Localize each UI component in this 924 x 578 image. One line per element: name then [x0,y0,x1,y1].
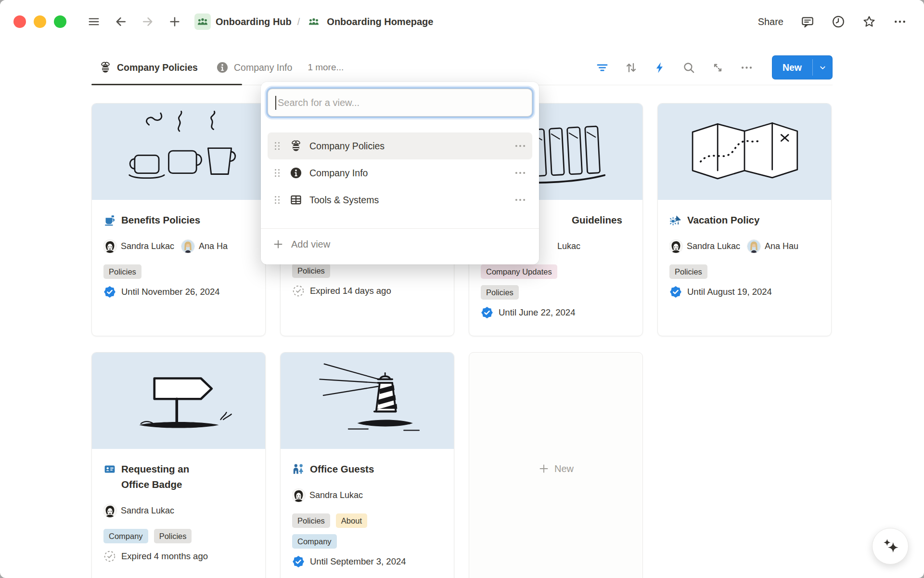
back-button[interactable] [114,14,128,29]
tag: Policies [481,285,519,300]
more-options-button[interactable] [893,15,907,28]
lightning-icon [654,61,667,74]
ellipsis-icon [740,61,753,74]
card-status: Expired 4 months ago [103,550,254,563]
close-button[interactable] [13,15,26,28]
person-name: Ana Hau [765,241,798,251]
view-item-tools-systems[interactable]: Tools & Systems [268,186,532,213]
share-button[interactable]: Share [758,16,783,27]
bee-icon [290,140,302,152]
person-name: Sandra Lukac [121,506,174,516]
view-item-options-button[interactable] [514,194,526,206]
sort-icon [625,61,638,74]
info-icon [290,167,302,179]
view-item-company-info[interactable]: Company Info [268,159,532,186]
avatar [669,240,682,253]
sidebar-menu-button[interactable] [87,14,101,29]
two-people-icon [292,463,305,475]
history-button[interactable] [832,15,845,28]
card-status: Expired 14 days ago [292,284,442,298]
person-name: Sandra Lukac [121,241,174,251]
new-page-button[interactable] [167,14,182,29]
card-requesting-office-badge[interactable]: Requesting an Office Badge Sandra Lukac … [91,352,266,578]
tag: Policies [103,264,141,279]
folded-map-sketch [672,107,817,197]
card-office-guests[interactable]: Office Guests Sandra Lukac Policies Abou… [280,352,454,578]
card-people: Sandra Lukac [292,488,454,503]
expand-button[interactable] [711,61,724,74]
plus-icon [538,463,550,474]
tag: Policies [154,529,192,543]
avatar [181,240,194,253]
new-button-dropdown[interactable] [813,55,833,79]
drag-handle-icon[interactable] [271,194,283,206]
chevron-down-icon [819,64,827,72]
zoom-button[interactable] [54,15,66,28]
card-tags: Policies About [292,513,442,528]
view-toolbar: Company Policies Company Info 1 more... … [91,53,833,82]
add-view-button[interactable]: Add view [268,229,532,260]
view-item-company-policies[interactable]: Company Policies [268,132,532,159]
card-status: Until June 22, 2024 [481,306,631,319]
card-status: Until November 26, 2024 [103,285,254,299]
tab-company-policies[interactable]: Company Policies [99,61,198,74]
verified-badge-icon [669,286,682,298]
new-button[interactable]: New [772,55,812,79]
view-tabs: Company Policies Company Info 1 more... [91,61,344,74]
filter-button[interactable] [596,61,609,74]
avatar [103,504,116,517]
id-badge-icon [103,463,116,475]
forward-button[interactable] [141,14,155,29]
view-options-button[interactable] [740,61,753,74]
forward-icon [141,15,154,28]
active-tab-underline [91,84,242,85]
card-tags: Policies [103,264,254,279]
avatar [292,489,305,502]
traffic-lights [13,15,66,28]
view-search-input[interactable] [268,89,532,116]
comments-button[interactable] [801,15,814,28]
view-list: Company Policies Company Info Tools & Sy… [268,132,532,213]
card-tags: Policies [292,263,442,278]
view-actions: New [596,55,833,79]
tab-label: Company Info [234,62,292,73]
card-people: Sandra Lukac Ana Hau [669,239,831,254]
view-item-options-button[interactable] [514,140,526,152]
card-benefits-policies[interactable]: Benefits Policies Sandra Lukac Ana Ha Po… [91,103,266,336]
person-name: Sandra Lukac [687,241,740,251]
card-cover [92,353,265,449]
card-vacation-policy[interactable]: Vacation Policy Sandra Lukac Ana Hau Pol… [657,103,832,336]
minimize-button[interactable] [34,15,46,28]
card-tags: Policies [669,264,820,279]
tag: Policies [669,264,707,279]
automations-button[interactable] [654,61,667,74]
search-button[interactable] [682,61,695,74]
titlebar: Onboarding Hub / Onboarding Homepage Sha… [0,0,924,43]
breadcrumb-item-onboarding-homepage[interactable]: Onboarding Homepage [327,16,433,27]
card-cover [92,104,265,200]
ai-assistant-button[interactable] [872,528,909,565]
view-item-options-button[interactable] [514,167,526,179]
sort-button[interactable] [625,61,638,74]
breadcrumb-item-onboarding-hub[interactable]: Onboarding Hub [216,16,292,27]
hamburger-icon [87,15,101,28]
new-card-button[interactable]: New [469,352,643,578]
tab-company-info[interactable]: Company Info [216,61,292,74]
expired-icon [103,550,116,563]
tab-label: Company Policies [117,62,198,73]
page-icon [306,13,322,30]
favorite-button[interactable] [862,15,876,28]
person-name: Ana Ha [199,241,228,251]
card-status: Until August 19, 2024 [669,285,820,299]
titlebar-actions: Share [758,15,907,28]
verified-badge-icon [292,555,305,568]
drag-handle-icon[interactable] [271,167,283,179]
card-cover [658,104,831,200]
more-views-button[interactable]: 1 more... [308,62,344,73]
ellipsis-icon [893,15,907,28]
card-cover [281,353,454,449]
drag-handle-icon[interactable] [271,140,283,152]
card-people: Sandra Lukac Ana Ha [103,239,265,254]
comment-icon [801,15,814,28]
info-icon [216,61,229,74]
